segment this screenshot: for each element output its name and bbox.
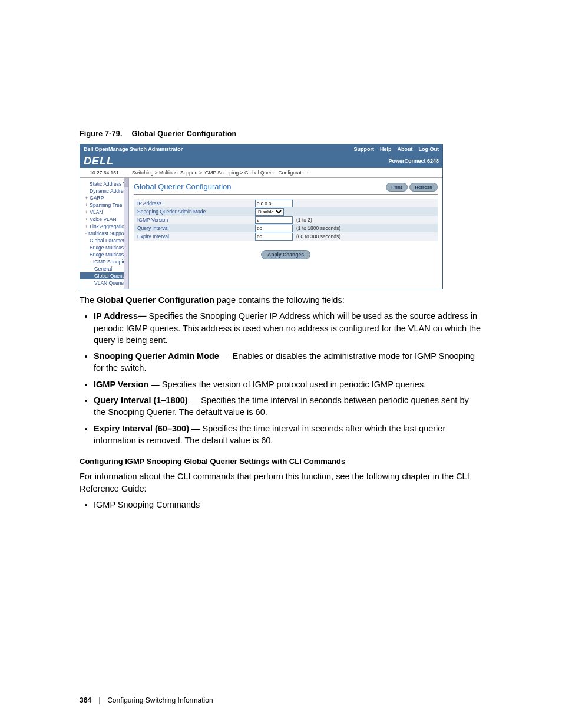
tree-scrollbar[interactable] xyxy=(124,178,128,289)
support-link[interactable]: Support xyxy=(353,146,374,152)
figure-label: Figure 7-79. xyxy=(80,130,123,138)
tree-bridge-multicast-2[interactable]: Bridge Multicast xyxy=(80,251,128,258)
list-item: IP Address— Specifies the Snooping Queri… xyxy=(94,310,482,346)
apply-changes-button[interactable]: Apply Changes xyxy=(261,250,310,259)
tree-igmp-snooping[interactable]: IGMP Snooping xyxy=(80,258,128,265)
logout-link[interactable]: Log Out xyxy=(419,146,439,152)
query-interval-label: Query Interval xyxy=(134,225,255,231)
dell-logo: DELL xyxy=(84,155,114,167)
about-link[interactable]: About xyxy=(398,146,413,152)
chapter-title: Configuring Switching Information xyxy=(107,696,213,704)
config-grid: IP Address Snooping Querier Admin Mode D… xyxy=(134,199,438,241)
cli-section-heading: Configuring IGMP Snooping Global Querier… xyxy=(80,457,482,466)
ip-address-input[interactable] xyxy=(255,200,293,207)
breadcrumb: Switching > Multicast Support > IGMP Sno… xyxy=(128,170,442,176)
device-model: PowerConnect 6248 xyxy=(388,158,439,164)
page-title: Global Querier Configuration xyxy=(134,182,231,191)
list-item: Query Interval (1–1800) — Specifies the … xyxy=(94,394,482,419)
admin-mode-label: Snooping Querier Admin Mode xyxy=(134,209,255,215)
list-item: IGMP Version — Specifies the version of … xyxy=(94,378,482,390)
tree-multicast-support[interactable]: Multicast Support xyxy=(80,230,128,237)
field-descriptions-list: IP Address— Specifies the Snooping Queri… xyxy=(80,310,482,446)
sub-header: 10.27.64.151 Switching > Multicast Suppo… xyxy=(80,168,442,178)
app-screenshot: Dell OpenManage Switch Administrator Sup… xyxy=(80,144,443,289)
device-ip: 10.27.64.151 xyxy=(80,170,128,176)
figure-title: Global Querier Configuration xyxy=(132,130,237,138)
tree-vlan-querier[interactable]: VLAN Querier xyxy=(80,279,128,286)
list-item: Expiry Interval (60–300) — Specifies the… xyxy=(94,423,482,447)
ip-address-label: IP Address xyxy=(134,200,255,206)
tree-voice-vlan[interactable]: Voice VLAN xyxy=(80,216,128,223)
list-item: IGMP Snooping Commands xyxy=(94,499,482,510)
tree-vlan[interactable]: VLAN xyxy=(80,209,128,216)
refresh-button[interactable]: Refresh xyxy=(409,183,438,192)
tree-link-aggregation[interactable]: Link Aggregation xyxy=(80,223,128,230)
help-link[interactable]: Help xyxy=(380,146,392,152)
page-number: 364 xyxy=(80,696,91,704)
intro-bold: Global Querier Configuration xyxy=(97,295,214,305)
page-footer: 364 | Configuring Switching Information xyxy=(80,696,213,704)
igmp-version-label: IGMP Version xyxy=(134,217,255,223)
intro-paragraph: The Global Querier Configuration page co… xyxy=(80,294,482,306)
cli-list: IGMP Snooping Commands xyxy=(80,499,482,510)
brand-bar: DELL PowerConnect 6248 xyxy=(80,154,442,168)
tree-general[interactable]: General xyxy=(80,265,128,272)
admin-mode-select[interactable]: Disable xyxy=(255,208,284,216)
tree-garp[interactable]: GARP xyxy=(80,195,128,202)
nav-tree: Static Address Ta Dynamic Addres GARP Sp… xyxy=(80,178,129,289)
figure-caption: Figure 7-79.Global Querier Configuration xyxy=(80,130,482,138)
query-interval-input[interactable] xyxy=(255,225,293,232)
query-interval-hint: (1 to 1800 seconds) xyxy=(296,225,438,231)
content-pane: Global Querier Configuration Print Refre… xyxy=(129,178,442,289)
expiry-interval-hint: (60 to 300 seconds) xyxy=(296,233,438,239)
expiry-interval-input[interactable] xyxy=(255,233,293,241)
tree-global-querier[interactable]: Global Querie xyxy=(80,272,128,279)
tree-spanning-tree[interactable]: Spanning Tree xyxy=(80,202,128,209)
expiry-interval-label: Expiry Interval xyxy=(134,233,255,239)
igmp-version-hint: (1 to 2) xyxy=(296,217,438,223)
tree-static-address[interactable]: Static Address Ta xyxy=(80,180,128,187)
tree-bridge-multicast-1[interactable]: Bridge Multicast xyxy=(80,244,128,251)
list-item: Snooping Querier Admin Mode — Enables or… xyxy=(94,350,482,374)
app-titlebar: Dell OpenManage Switch Administrator Sup… xyxy=(80,144,442,154)
cli-section-paragraph: For information about the CLI commands t… xyxy=(80,470,482,495)
print-button[interactable]: Print xyxy=(386,183,407,192)
tree-dynamic-address[interactable]: Dynamic Addres xyxy=(80,187,128,195)
igmp-version-input[interactable] xyxy=(255,216,293,224)
tree-global-parameters[interactable]: Global Paramet xyxy=(80,237,128,244)
app-title: Dell OpenManage Switch Administrator xyxy=(84,146,348,152)
